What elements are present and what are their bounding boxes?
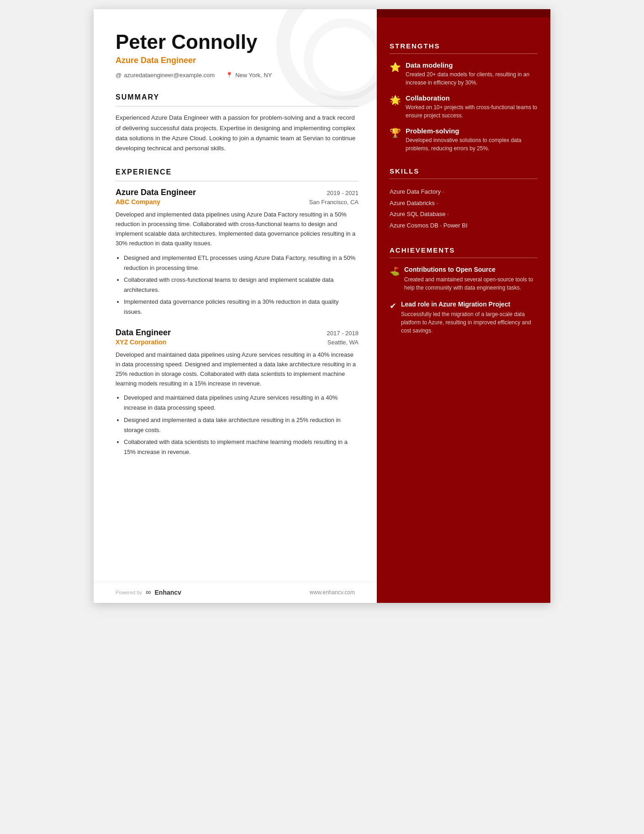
skills-divider	[390, 179, 538, 179]
resume-footer: Powered by ∞ Enhancv www.enhancv.com	[94, 581, 377, 603]
skill-2: Azure Databricks ·	[390, 198, 438, 209]
powered-by-label: Powered by	[116, 590, 142, 595]
footer-url: www.enhancv.com	[310, 589, 355, 596]
strength-3-content: Problem-solving Developed innovative sol…	[406, 127, 538, 153]
strength-1-content: Data modeling Created 20+ data models fo…	[406, 61, 538, 87]
contact-email: @ azuredataengineer@example.com	[116, 72, 215, 79]
job-1-bullets: Designed and implemented ETL processes u…	[116, 253, 359, 317]
skill-4: Azure Cosmos DB · Power BI	[390, 220, 468, 232]
job-1-bullet-3: Implemented data governance policies res…	[124, 297, 359, 317]
achievement-1: ⛳ Contributions to Open Source Created a…	[390, 265, 538, 292]
strength-2: 🌟 Collaboration Worked on 10+ projects w…	[390, 94, 538, 120]
resume-page: Peter Connolly Azure Data Engineer @ azu…	[94, 9, 550, 603]
strength-2-content: Collaboration Worked on 10+ projects wit…	[406, 94, 538, 120]
footer-brand: Powered by ∞ Enhancv	[116, 588, 181, 596]
strength-3: 🏆 Problem-solving Developed innovative s…	[390, 127, 538, 153]
job-1-company-row: ABC Company San Francisco, CA	[116, 198, 359, 206]
achievement-2: ✔ Lead role in Azure Migration Project S…	[390, 300, 538, 335]
job-1-location: San Francisco, CA	[309, 199, 359, 206]
skill-row-3: Azure SQL Database ·	[390, 209, 538, 220]
star-filled-icon: ⭐	[390, 62, 401, 73]
skill-1: Azure Data Factory ·	[390, 186, 444, 198]
achievement-2-content: Lead role in Azure Migration Project Suc…	[401, 300, 538, 335]
achievement-1-content: Contributions to Open Source Created and…	[404, 265, 538, 292]
job-2-bullets: Developed and maintained data pipelines …	[116, 393, 359, 457]
strength-3-name: Problem-solving	[406, 127, 538, 135]
strengths-section-title: STRENGTHS	[390, 42, 538, 50]
achievement-1-name: Contributions to Open Source	[404, 265, 538, 274]
job-2-bullet-3: Collaborated with data scientists to imp…	[124, 437, 359, 457]
skill-row-2: Azure Databricks ·	[390, 198, 538, 209]
experience-section-title: EXPERIENCE	[116, 168, 359, 176]
experience-divider	[116, 181, 359, 181]
job-2-bullet-1: Developed and maintained data pipelines …	[124, 393, 359, 413]
job-1: Azure Data Engineer 2019 - 2021 ABC Comp…	[116, 188, 359, 317]
strength-2-desc: Worked on 10+ projects with cross-functi…	[406, 103, 538, 120]
skill-row-1: Azure Data Factory ·	[390, 186, 538, 198]
job-2-header: Data Engineer 2017 - 2018	[116, 328, 359, 338]
achievements-divider	[390, 258, 538, 258]
job-2-title: Data Engineer	[116, 328, 171, 338]
skill-row-4: Azure Cosmos DB · Power BI	[390, 220, 538, 232]
job-2-company-row: XYZ Corporation Seattle, WA	[116, 338, 359, 346]
strength-2-name: Collaboration	[406, 94, 538, 102]
achievement-2-desc: Successfully led the migration of a larg…	[401, 310, 538, 335]
strength-1-desc: Created 20+ data models for clients, res…	[406, 70, 538, 87]
strength-1-name: Data modeling	[406, 61, 538, 69]
job-1-bullet-1: Designed and implemented ETL processes u…	[124, 253, 359, 273]
achievements-section-title: ACHIEVEMENTS	[390, 246, 538, 254]
brand-name: Enhancv	[155, 589, 181, 596]
strengths-divider	[390, 53, 538, 54]
contact-location: 📍 New York, NY	[226, 72, 272, 79]
skills-list: Azure Data Factory · Azure Databricks · …	[390, 186, 538, 232]
location-value: New York, NY	[235, 72, 272, 79]
job-2-description: Developed and maintained data pipelines …	[116, 350, 359, 388]
summary-text: Experienced Azure Data Engineer with a p…	[116, 113, 359, 153]
job-2-bullet-2: Designed and implemented a data lake arc…	[124, 415, 359, 435]
job-1-title: Azure Data Engineer	[116, 188, 196, 197]
location-icon: 📍	[226, 72, 233, 79]
strength-3-desc: Developed innovative solutions to comple…	[406, 136, 538, 153]
enhancv-logo-icon: ∞	[146, 588, 151, 596]
job-1-description: Developed and implemented data pipelines…	[116, 210, 359, 248]
checkmark-icon: ✔	[390, 301, 396, 311]
contact-row: @ azuredataengineer@example.com 📍 New Yo…	[116, 72, 359, 79]
job-2-company: XYZ Corporation	[116, 338, 166, 346]
skill-3: Azure SQL Database ·	[390, 209, 449, 220]
right-panel: STRENGTHS ⭐ Data modeling Created 20+ da…	[377, 9, 550, 603]
email-icon: @	[116, 72, 121, 79]
achievement-2-name: Lead role in Azure Migration Project	[401, 300, 538, 308]
job-1-company: ABC Company	[116, 198, 160, 206]
job-1-bullet-2: Collaborated with cross-functional teams…	[124, 275, 359, 295]
skills-section-title: SKILLS	[390, 167, 538, 175]
summary-section-title: SUMMARY	[116, 93, 359, 101]
flag-icon: ⛳	[390, 266, 400, 276]
right-panel-top-bar	[377, 9, 550, 17]
candidate-title: Azure Data Engineer	[116, 56, 359, 65]
candidate-name: Peter Connolly	[116, 31, 359, 53]
job-2: Data Engineer 2017 - 2018 XYZ Corporatio…	[116, 328, 359, 457]
job-2-dates: 2017 - 2018	[327, 330, 359, 337]
left-panel: Peter Connolly Azure Data Engineer @ azu…	[94, 9, 377, 603]
summary-divider	[116, 106, 359, 106]
achievement-1-desc: Created and maintained several open-sour…	[404, 275, 538, 292]
job-1-header: Azure Data Engineer 2019 - 2021	[116, 188, 359, 197]
strength-1: ⭐ Data modeling Created 20+ data models …	[390, 61, 538, 87]
trophy-icon: 🏆	[390, 127, 401, 138]
job-1-dates: 2019 - 2021	[327, 190, 359, 196]
email-value: azuredataengineer@example.com	[124, 72, 215, 79]
job-2-location: Seattle, WA	[327, 339, 359, 346]
star-half-icon: 🌟	[390, 95, 401, 106]
